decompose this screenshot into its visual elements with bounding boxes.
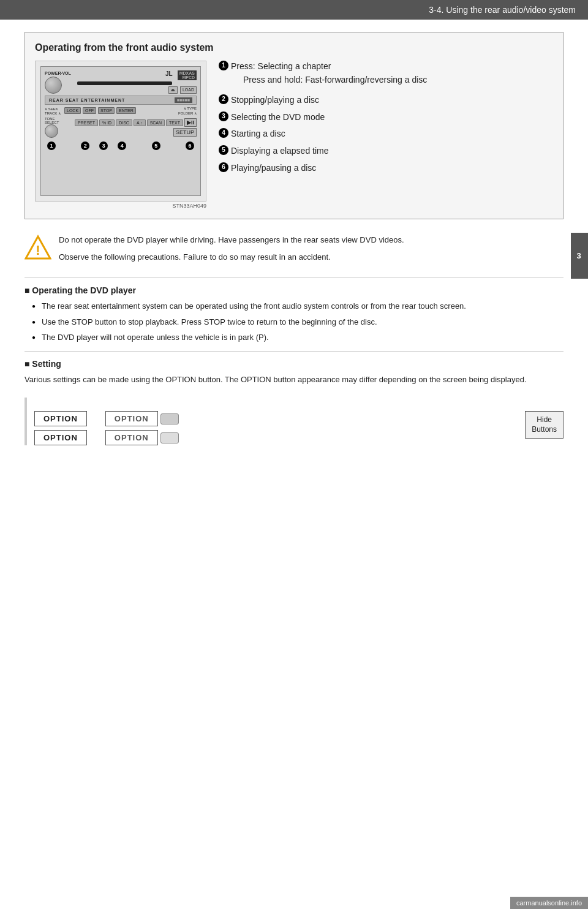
bullet-item: The rear seat entertainment system can b… <box>32 300 564 312</box>
list-item: 3 Selecting the DVD mode <box>219 111 551 124</box>
item-sub-1: Press and hold: Fast-forwarding/reversin… <box>243 74 427 86</box>
list-item: 2 Stopping/playing a disc <box>219 94 551 107</box>
item-number-2: 2 <box>219 94 228 104</box>
item-text-5: Displaying a elapsed time <box>231 145 329 157</box>
warning-section: ! Do not operate the DVD player while dr… <box>24 234 564 268</box>
item-number-6: 6 <box>219 162 228 172</box>
hide-buttons-label: HideButtons <box>532 415 557 434</box>
svg-text:!: ! <box>36 243 40 258</box>
main-content: Operating from the front audio system PO… <box>0 20 588 458</box>
items-list-section: 1 Press: Selecting a chapter Press and h… <box>219 61 551 209</box>
stereo-diagram-section: POWER·VOL JL MDXASMPCD <box>35 61 206 209</box>
bullet-item: The DVD player will not operate unless t… <box>32 331 564 344</box>
item-text-2: Stopping/playing a disc <box>231 94 319 107</box>
stereo-diagram: POWER·VOL JL MDXASMPCD <box>35 61 206 202</box>
list-item: 4 Starting a disc <box>219 128 551 140</box>
bullet-list: The rear seat entertainment system can b… <box>24 300 564 344</box>
dvd-section-title: Operating the DVD player <box>24 285 564 295</box>
option-buttons-section: OPTION OPTION OPTION OPTION <box>24 398 564 445</box>
divider-2 <box>24 351 564 352</box>
warning-icon: ! <box>24 234 51 261</box>
option-buttons-row: OPTION OPTION OPTION OPTION <box>34 411 564 445</box>
chapter-tab: 3 <box>571 233 588 279</box>
list-item: 1 Press: Selecting a chapter Press and h… <box>219 61 551 89</box>
bullet-item: Use the STOP button to stop playback. Pr… <box>32 316 564 328</box>
option-button-filled-1[interactable]: OPTION <box>34 411 87 426</box>
item-list: 1 Press: Selecting a chapter Press and h… <box>219 61 551 174</box>
item-number-1: 1 <box>219 61 228 70</box>
option-button-outline-1[interactable]: OPTION <box>105 411 158 426</box>
item-text-4: Starting a disc <box>231 128 285 140</box>
option-button-group-1: OPTION OPTION <box>34 411 87 445</box>
list-item: 5 Displaying a elapsed time <box>219 145 551 157</box>
footer-watermark: carmanualsonline.info <box>510 897 588 909</box>
item-text-3: Selecting the DVD mode <box>231 111 325 124</box>
dvd-operation-section: Operating the DVD player The rear seat e… <box>24 285 564 344</box>
warning-text: Do not operate the DVD player while driv… <box>59 234 404 268</box>
diagram-caption: STN33AH049 <box>35 203 206 209</box>
header-title: 3-4. Using the rear audio/video system <box>429 5 576 15</box>
item-number-3: 3 <box>219 111 228 121</box>
item-text-6: Playing/pausing a disc <box>231 162 316 175</box>
option-button-group-2: OPTION OPTION <box>105 411 179 445</box>
item-text-1: Press: Selecting a chapter <box>231 61 427 73</box>
front-audio-title: Operating from the front audio system <box>35 42 551 53</box>
front-audio-section: Operating from the front audio system PO… <box>24 32 564 219</box>
list-item: 6 Playing/pausing a disc <box>219 162 551 175</box>
item-number-4: 4 <box>219 128 228 138</box>
option-button-filled-2[interactable]: OPTION <box>34 430 87 445</box>
divider <box>24 277 564 278</box>
settings-body: Various settings can be made using the O… <box>24 374 564 386</box>
option-button-outline-2[interactable]: OPTION <box>105 430 158 445</box>
settings-title: Setting <box>24 359 564 369</box>
item-number-5: 5 <box>219 145 228 155</box>
settings-section: Setting Various settings can be made usi… <box>24 359 564 386</box>
hide-buttons-button[interactable]: HideButtons <box>525 411 564 439</box>
page-header: 3-4. Using the rear audio/video system <box>0 0 588 20</box>
